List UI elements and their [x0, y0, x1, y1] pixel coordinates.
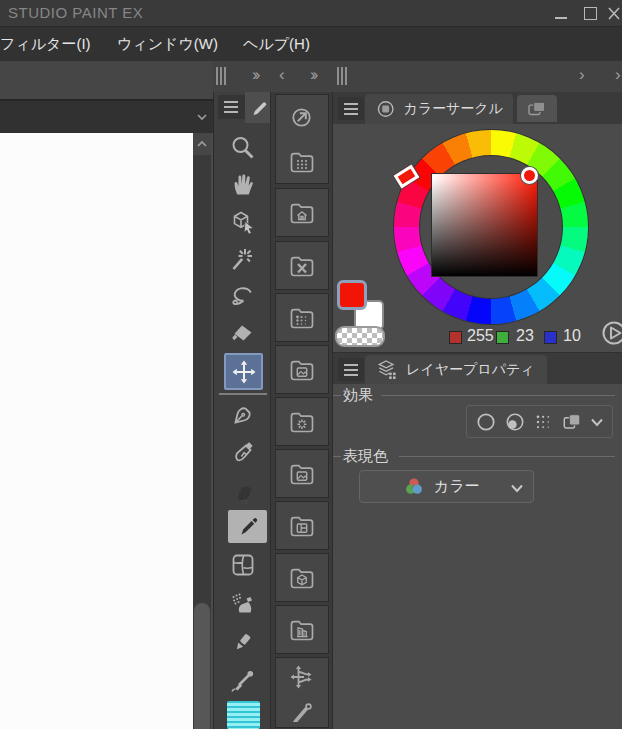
- close-button[interactable]: [606, 6, 622, 21]
- divider: [399, 456, 615, 457]
- material-folder-3d[interactable]: [275, 553, 329, 602]
- pencil-tool[interactable]: [228, 510, 267, 543]
- menu-help[interactable]: ヘルプ(H): [243, 35, 310, 54]
- tab-label: カラーサークル: [403, 100, 503, 118]
- dock-header-strip: ›› ‹ ›› › ›: [213, 61, 622, 93]
- move-arrows-icon: [230, 358, 258, 386]
- hamburger-icon: [344, 364, 358, 376]
- window-title: STUDIO PAINT EX: [8, 4, 143, 21]
- material-folder-burst[interactable]: [275, 397, 329, 446]
- color-slider-toggle-button[interactable]: [601, 320, 622, 346]
- palette-dock: カラーサークル 255 23: [332, 92, 622, 729]
- magnifier-icon: [229, 134, 257, 162]
- operate-tool[interactable]: [228, 208, 258, 238]
- canvas-vertical-scrollbar[interactable]: [193, 133, 211, 729]
- border-effect-button[interactable]: [474, 410, 498, 434]
- material-folder-image[interactable]: [275, 345, 329, 394]
- material-folder-building[interactable]: [275, 605, 329, 654]
- material-folder-grid-icon[interactable]: [287, 149, 317, 175]
- red-value-swatch: [449, 331, 462, 344]
- pen-tool[interactable]: [228, 400, 258, 430]
- quick-access-icon[interactable]: [288, 104, 316, 132]
- correction-tool[interactable]: [228, 627, 258, 657]
- primary-color-swatch[interactable]: [337, 280, 367, 310]
- collapse-left-icon[interactable]: ‹: [279, 65, 282, 85]
- decoration-tool[interactable]: Y.S: [228, 476, 258, 506]
- material-folder-halftone[interactable]: [275, 293, 329, 342]
- clip-studio-paint-window: STUDIO PAINT EX フィルター(I) ウィンドウ(W) ヘルプ(H)…: [0, 0, 622, 729]
- circled-play-icon: [601, 320, 622, 346]
- fill-tool[interactable]: [228, 319, 258, 349]
- material-folder-image-icon: [287, 461, 317, 487]
- layer-panel-menu-button[interactable]: [338, 358, 364, 381]
- scrollbar-up-button[interactable]: [193, 133, 211, 155]
- auto-select-tool[interactable]: [228, 245, 258, 275]
- transform-arrows-icon[interactable]: [288, 663, 316, 691]
- airbrush-icon: [229, 591, 257, 619]
- minimize-button[interactable]: [553, 6, 569, 21]
- layer-property-tab-icon: [375, 358, 399, 382]
- arrow-right-icon[interactable]: ›: [579, 65, 582, 85]
- maximize-button[interactable]: [582, 6, 598, 21]
- ink-brush-icon: [229, 439, 257, 467]
- menu-window[interactable]: ウィンドウ(W): [117, 35, 218, 54]
- slanted-pen-icon[interactable]: [288, 702, 316, 722]
- canvas-tab-strip: [0, 101, 213, 133]
- material-folder-image-2[interactable]: [275, 449, 329, 498]
- zoom-tool[interactable]: [228, 133, 258, 163]
- material-folder-building-icon: [287, 617, 317, 643]
- tool-palette-menu-button[interactable]: [218, 95, 245, 119]
- command-bar: [0, 61, 213, 101]
- color-circle-panel: 255 23 10: [333, 124, 622, 352]
- scrollbar-thumb[interactable]: [194, 603, 210, 729]
- saturation-value-square[interactable]: [431, 173, 538, 277]
- lasso-tool[interactable]: [228, 282, 258, 312]
- titlebar: STUDIO PAINT EX: [0, 0, 622, 26]
- material-folder-x[interactable]: [275, 241, 329, 290]
- eyedropper-icon: [229, 667, 257, 695]
- collapse-right-icon[interactable]: ››: [252, 65, 257, 85]
- material-folder-home[interactable]: [275, 188, 329, 237]
- move-tool[interactable]: [224, 353, 263, 390]
- material-folder-halftone-icon: [287, 305, 317, 331]
- transparent-color-button[interactable]: [335, 326, 385, 347]
- expression-color-value: カラー: [434, 477, 480, 496]
- layer-panel-tabbar: レイヤープロパティ: [333, 352, 622, 385]
- layer-color-effect-button[interactable]: [560, 410, 584, 434]
- arrow-right-icon[interactable]: ›: [615, 65, 618, 85]
- dock-grip-handle[interactable]: [216, 67, 228, 85]
- canvas[interactable]: [0, 133, 193, 729]
- layer-property-panel: 効果: [333, 384, 622, 729]
- tab-layer-property[interactable]: レイヤープロパティ: [365, 355, 547, 385]
- airbrush-tool[interactable]: [228, 590, 258, 620]
- tool-palette-tab[interactable]: [245, 92, 271, 123]
- effect-button-group: [466, 405, 613, 438]
- menubar: フィルター(I) ウィンドウ(W) ヘルプ(H): [0, 26, 622, 62]
- tab-color-set[interactable]: [517, 95, 557, 122]
- material-folder-home-icon: [287, 200, 317, 226]
- frame-border-tool[interactable]: [228, 550, 258, 580]
- eyedropper-tool[interactable]: [228, 666, 258, 696]
- gradient-tool[interactable]: [227, 701, 260, 729]
- tab-list-chevron-icon[interactable]: [195, 110, 209, 124]
- sv-marker[interactable]: [521, 167, 538, 184]
- tone-effect-button[interactable]: [503, 410, 527, 434]
- rgb-circles-icon: [402, 475, 426, 499]
- quick-access-palette[interactable]: [275, 94, 329, 184]
- material-palette-bar: [270, 92, 333, 729]
- halftone-effect-button[interactable]: [532, 410, 556, 434]
- menu-filter[interactable]: フィルター(I): [0, 35, 91, 54]
- color-set-tab-icon: [525, 98, 549, 120]
- inking-tool[interactable]: [228, 438, 258, 468]
- expand-right-icon[interactable]: ››: [310, 65, 315, 85]
- hand-tool[interactable]: [228, 169, 258, 199]
- material-folder-layout[interactable]: [275, 501, 329, 550]
- transform-pen-palette[interactable]: [275, 657, 329, 728]
- effect-section-label: 効果: [343, 386, 373, 405]
- tab-label: レイヤープロパティ: [406, 361, 535, 379]
- dock-grip-handle[interactable]: [337, 67, 349, 85]
- tab-color-circle[interactable]: カラーサークル: [365, 94, 513, 124]
- expression-color-dropdown[interactable]: カラー: [359, 470, 534, 503]
- color-panel-menu-button[interactable]: [338, 97, 364, 120]
- chevron-down-icon[interactable]: [589, 415, 605, 429]
